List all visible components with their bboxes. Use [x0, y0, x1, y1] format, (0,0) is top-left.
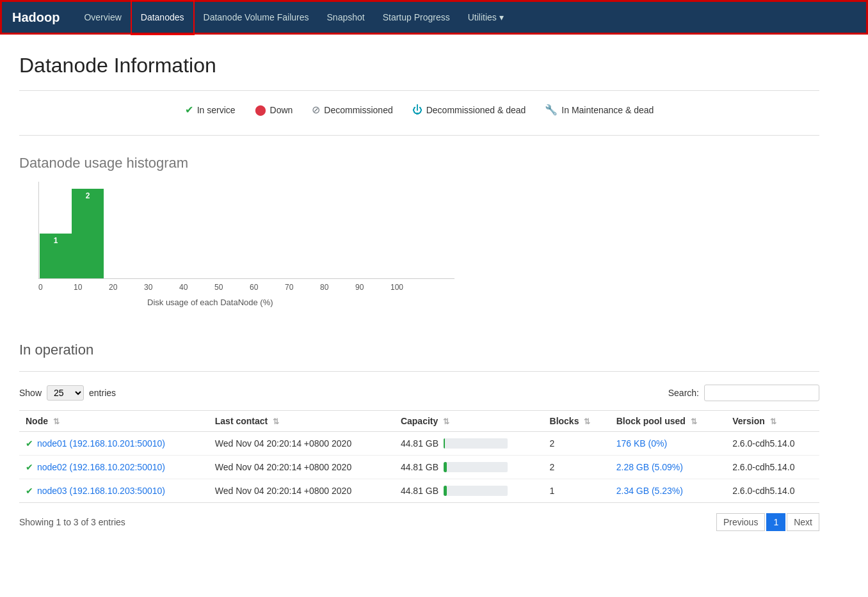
version-cell: 2.6.0-cdh5.14.0 — [726, 456, 819, 479]
sort-icon-block-pool[interactable]: ⇅ — [691, 417, 697, 426]
pool-link[interactable]: 2.28 GB (5.09%) — [616, 462, 683, 472]
sort-icon-version[interactable]: ⇅ — [770, 417, 776, 426]
capacity-bar-bg — [444, 486, 508, 496]
pool-link[interactable]: 176 KB (0%) — [616, 438, 667, 449]
histogram-wrapper: 1 2 0 10 20 30 40 50 60 70 80 90 100 — [19, 182, 467, 310]
x-label-20: 20 — [109, 283, 144, 292]
nav-link-datanodes[interactable]: Datanodes — [131, 0, 195, 35]
node-link[interactable]: node03 (192.168.10.203:50010) — [37, 486, 165, 496]
nav-link-volume-failures[interactable]: Datanode Volume Failures — [195, 1, 318, 34]
nav-item-snapshot[interactable]: Snapshot — [318, 1, 374, 34]
capacity-cell: 44.81 GB — [394, 432, 543, 456]
x-label-10: 10 — [74, 283, 109, 292]
nav-item-datanodes[interactable]: Datanodes — [131, 0, 195, 35]
block-pool-cell: 2.28 GB (5.09%) — [610, 456, 726, 479]
entries-select[interactable]: 10 25 50 100 — [47, 385, 84, 401]
sort-icon-node[interactable]: ⇅ — [53, 417, 60, 426]
circle-icon: ⬤ — [255, 104, 266, 116]
capacity-bar-bg — [444, 462, 508, 472]
x-label-30: 30 — [144, 283, 179, 292]
checkmark-icon: ✔ — [185, 104, 193, 116]
node-link[interactable]: node02 (192.168.10.202:50010) — [37, 462, 165, 472]
check-icon: ✔ — [26, 486, 33, 496]
status-down-label: Down — [270, 105, 293, 115]
table-row: ✔ node03 (192.168.10.203:50010) Wed Nov … — [19, 479, 819, 503]
x-axis-title: Disk usage of each DataNode (%) — [147, 298, 273, 307]
pagination-buttons: Previous 1 Next — [716, 513, 819, 531]
next-button[interactable]: Next — [787, 513, 819, 531]
status-maintenance-dead: 🔧 In Maintenance & dead — [545, 104, 654, 116]
version-cell: 2.6.0-cdh5.14.0 — [726, 479, 819, 503]
histogram-title: Datanode usage histogram — [19, 155, 819, 171]
pagination-row: Showing 1 to 3 of 3 entries Previous 1 N… — [19, 513, 819, 531]
sort-icon-capacity[interactable]: ⇅ — [443, 417, 449, 426]
x-axis-labels: 0 10 20 30 40 50 60 70 80 90 100 — [38, 283, 426, 292]
nav-link-utilities[interactable]: Utilities ▾ — [459, 1, 513, 34]
entries-label: entries — [89, 388, 116, 398]
status-in-service: ✔ In service — [185, 104, 236, 116]
capacity-bar-bg — [444, 438, 508, 449]
ban-icon: ⊘ — [312, 104, 320, 116]
capacity-value: 44.81 GB — [401, 462, 438, 472]
block-pool-cell: 176 KB (0%) — [610, 432, 726, 456]
in-operation-section: In operation Show 10 25 50 100 entries S… — [19, 342, 819, 531]
divider-2 — [19, 135, 819, 136]
x-axis-line — [38, 278, 454, 279]
table-row: ✔ node01 (192.168.10.201:50010) Wed Nov … — [19, 432, 819, 456]
col-last-contact: Last contact ⇅ — [209, 411, 394, 432]
page-1-button[interactable]: 1 — [766, 513, 785, 531]
nav-link-snapshot[interactable]: Snapshot — [318, 1, 374, 34]
status-in-service-label: In service — [197, 105, 236, 115]
table-controls: Show 10 25 50 100 entries Search: — [19, 385, 819, 401]
blocks-cell: 1 — [543, 479, 610, 503]
col-version: Version ⇅ — [726, 411, 819, 432]
x-label-100: 100 — [390, 283, 426, 292]
header-row: Node ⇅ Last contact ⇅ Capacity ⇅ Blocks … — [19, 411, 819, 432]
pool-link[interactable]: 2.34 GB (5.23%) — [616, 486, 683, 496]
show-label: Show — [19, 388, 42, 398]
block-pool-cell: 2.34 GB (5.23%) — [610, 479, 726, 503]
col-blocks: Blocks ⇅ — [543, 411, 610, 432]
bar-2-label: 2 — [86, 189, 90, 200]
status-decommissioned-dead-label: Decommissioned & dead — [426, 105, 526, 115]
showing-text: Showing 1 to 3 of 3 entries — [19, 517, 125, 527]
x-label-90: 90 — [355, 283, 390, 292]
previous-button[interactable]: Previous — [716, 513, 765, 531]
bar-1-label: 1 — [54, 234, 58, 245]
x-label-40: 40 — [179, 283, 214, 292]
datanodes-table: Node ⇅ Last contact ⇅ Capacity ⇅ Blocks … — [19, 410, 819, 503]
search-label: Search: — [668, 388, 699, 398]
capacity-value: 44.81 GB — [401, 486, 438, 496]
nav-item-volume-failures[interactable]: Datanode Volume Failures — [195, 1, 318, 34]
table-header: Node ⇅ Last contact ⇅ Capacity ⇅ Blocks … — [19, 411, 819, 432]
capacity-bar-fill — [444, 438, 445, 449]
node-cell: ✔ node03 (192.168.10.203:50010) — [19, 479, 209, 503]
last-contact-cell: Wed Nov 04 20:20:14 +0800 2020 — [209, 479, 394, 503]
nav-link-startup-progress[interactable]: Startup Progress — [374, 1, 459, 34]
nav-item-overview[interactable]: Overview — [75, 1, 130, 34]
nav-item-startup-progress[interactable]: Startup Progress — [374, 1, 459, 34]
status-maintenance-label: In Maintenance & dead — [561, 105, 654, 115]
table-body: ✔ node01 (192.168.10.201:50010) Wed Nov … — [19, 432, 819, 503]
nav-link-overview[interactable]: Overview — [75, 1, 130, 34]
bar-2: 2 — [72, 189, 104, 278]
capacity-bar-fill — [444, 462, 447, 472]
navbar-brand: Hadoop — [12, 10, 60, 25]
sort-icon-last-contact[interactable]: ⇅ — [273, 417, 279, 426]
col-block-pool-used: Block pool used ⇅ — [610, 411, 726, 432]
sort-icon-blocks[interactable]: ⇅ — [584, 417, 590, 426]
capacity-cell: 44.81 GB — [394, 456, 543, 479]
x-label-70: 70 — [285, 283, 320, 292]
x-label-0: 0 — [38, 283, 74, 292]
nav-item-utilities[interactable]: Utilities ▾ — [459, 1, 513, 34]
histogram-section: Datanode usage histogram 1 2 0 10 20 30 — [19, 148, 819, 322]
main-content: Datanode Information ✔ In service ⬤ Down… — [0, 35, 839, 544]
wrench-icon: 🔧 — [545, 104, 558, 116]
capacity-bar-fill — [444, 486, 447, 496]
status-legend: ✔ In service ⬤ Down ⊘ Decommissioned ⏻ D… — [19, 104, 819, 116]
y-axis-line — [38, 182, 39, 279]
x-label-60: 60 — [250, 283, 285, 292]
node-link[interactable]: node01 (192.168.10.201:50010) — [37, 438, 165, 449]
search-input[interactable] — [704, 385, 819, 401]
status-decommissioned: ⊘ Decommissioned — [312, 104, 392, 116]
